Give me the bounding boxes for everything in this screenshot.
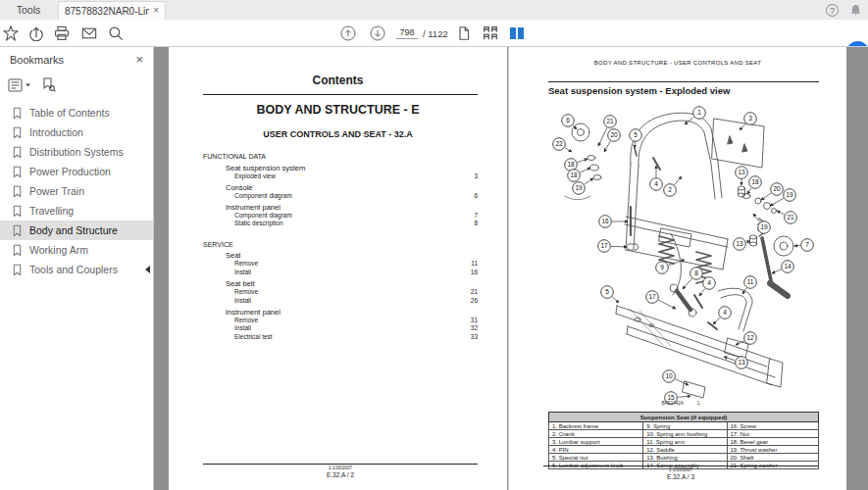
exploded-view-drawing [565,113,793,398]
svg-text:21: 21 [606,118,614,124]
toc-entry[interactable]: Component diagram6 [234,192,478,201]
svg-text:22: 22 [555,140,563,147]
svg-text:10: 10 [665,372,673,379]
bookmark-item-travelling[interactable]: Travelling [0,201,153,220]
sidebar-collapse-handle[interactable] [144,261,151,270]
bookmark-options-button[interactable] [8,78,31,92]
toc-entry-page: 33 [471,333,478,342]
envelope-icon [81,25,97,41]
toc-entry-label: Electrical test [234,333,273,342]
parts-table-cell: 17. Nut [727,430,819,438]
running-header: BODY AND STRUCTURE - USER CONTROLS AND S… [509,60,846,66]
callout-21: 21 [777,211,796,223]
callout-11: 11 [742,276,756,294]
toc-entry[interactable]: Install32 [234,324,478,333]
page-footer-right: 1 1/16/2007 E.32.A / 3 [543,466,818,480]
svg-text:19: 19 [760,223,768,230]
toc-group-title: Seat [226,251,478,260]
tab-close-icon[interactable]: × [153,6,159,16]
svg-text:4: 4 [707,279,711,286]
tab-tools[interactable]: Tools [0,0,57,20]
bookmark-item-body-and-structure[interactable]: Body and Structure [0,220,153,240]
locate-bookmark-button[interactable] [41,77,56,92]
bookmark-item-label: Body and Structure [29,224,118,236]
toc-entry[interactable]: Remove21 [234,288,478,297]
callout-20: 20 [761,183,783,200]
parts-table-cell: 4. PIN [549,446,643,454]
svg-text:6: 6 [566,117,570,123]
parts-table-cell: 3. Lumbar support [549,438,643,446]
parts-table-cell: 13. Bushing [643,454,727,462]
toc-group-title: Console [226,183,478,192]
pdf-page-right: BODY AND STRUCTURE - USER CONTROLS AND S… [508,47,846,490]
bookmark-flag-icon [12,264,23,276]
svg-text:3: 3 [748,115,752,122]
single-page-view-button[interactable] [456,25,472,41]
notifications-bell-icon[interactable] [849,4,862,17]
document-canvas[interactable]: Contents BODY AND STRUCTURE - E USER CON… [155,47,868,490]
bookmark-item-power-train[interactable]: Power Train [0,181,153,201]
bookmark-item-label: Power Train [29,185,84,197]
toc-entry-label: Install [234,324,251,333]
share-button[interactable] [28,25,44,41]
bookmark-flag-icon [12,107,23,120]
svg-text:7: 7 [805,241,809,248]
contents-title: Contents [169,74,507,87]
tab-document[interactable]: 87578832NAR0-Lin... × [58,1,166,20]
bookmark-item-distribution-systems[interactable]: Distribution Systems [0,142,153,162]
rule [548,81,819,82]
print-button[interactable] [54,25,70,41]
toc-entry[interactable]: Electrical test33 [234,333,478,342]
previous-page-button[interactable] [340,25,356,41]
favorite-button[interactable] [3,25,19,41]
callout-17: 17 [646,291,676,309]
parts-table-cell: 12. Saddle [643,446,727,454]
rule [203,94,478,95]
bookmark-item-label: Working Arm [29,244,88,256]
facing-pages-view-button[interactable] [509,25,525,41]
bookmark-item-tools-and-couplers[interactable]: Tools and Couplers [0,260,153,279]
page-thumbnails-icon [483,25,498,41]
page-number-input[interactable] [396,26,418,39]
toc-group-title: Instrument panel [226,308,478,317]
email-button[interactable] [81,25,97,41]
callout-7: 7 [794,239,813,252]
parts-table-row: 5. Special nut13. Bushing20. Shaft [549,454,819,462]
toc-entry[interactable]: Remove31 [234,317,478,325]
svg-text:11: 11 [747,278,754,285]
toc-entry[interactable]: Exploded view3 [234,172,478,181]
toc-entry-page: 6 [474,192,478,201]
thumbnails-view-button[interactable] [483,25,498,41]
callout-13: 13 [736,167,748,185]
tab-document-title: 87578832NAR0-Lin... [65,6,149,17]
help-icon[interactable]: ? [826,4,839,17]
search-button[interactable] [108,25,124,41]
toc-entry[interactable]: Remove11 [234,260,478,269]
svg-text:13: 13 [738,359,745,366]
bookmark-item-working-arm[interactable]: Working Arm [0,240,153,260]
toc-entry[interactable]: Install26 [234,297,478,306]
bookmarks-close-icon[interactable]: × [135,53,143,66]
toc-entry-page: 31 [471,317,478,325]
share-upload-icon [28,25,44,41]
bookmark-item-introduction[interactable]: Introduction [0,122,153,142]
svg-text:1: 1 [697,109,701,116]
bookmark-item-power-production[interactable]: Power Production [0,162,153,181]
toc-entry[interactable]: Component diagram7 [234,212,478,220]
toc: FUNCTIONAL DATASeat suspension systemExp… [203,152,478,354]
arrow-up-circle-icon [340,25,356,41]
toc-entry-page: 7 [474,212,478,220]
next-page-button[interactable] [370,25,385,41]
callout-13: 13 [734,238,750,251]
callout-2: 2 [664,176,682,196]
toc-entry[interactable]: Install16 [234,269,478,277]
bookmark-flag-icon [12,224,23,237]
page-total-label: / 1122 [423,28,448,39]
parts-table-cell: 5. Special nut [549,454,643,462]
arrow-down-circle-icon [370,25,385,41]
toc-entry-label: Static description [234,220,283,228]
pdf-reader-window: Tools 87578832NAR0-Lin... × ? [0,0,868,490]
toc-entry[interactable]: Static description8 [234,220,478,228]
svg-text:4: 4 [723,309,727,316]
bookmark-item-table-of-contents[interactable]: Table of Contents [0,103,153,122]
